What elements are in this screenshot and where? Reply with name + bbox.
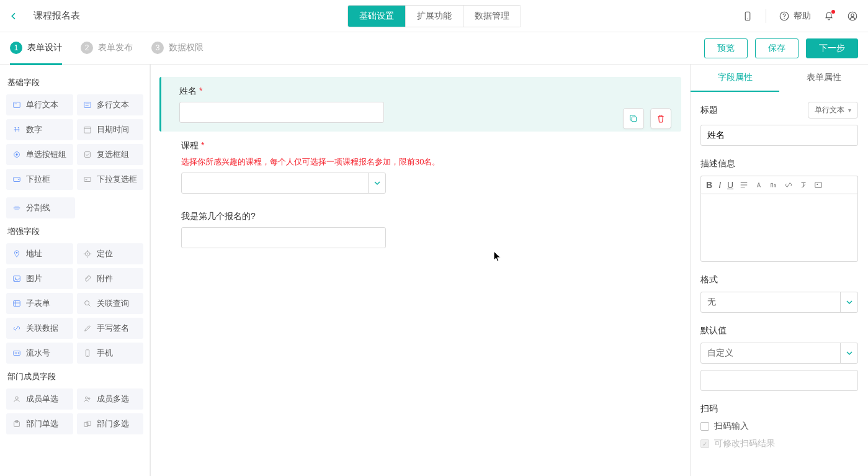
name-input[interactable] — [179, 102, 384, 123]
form-canvas[interactable]: 姓名* 课程* 选择你所感兴趣的课程，每个人仅可选择一项课程报名参加，限前30名… — [150, 65, 691, 476]
default-mode-value: 自定义 — [707, 348, 733, 359]
svg-point-3 — [784, 17, 784, 18]
field-label: 姓名* — [179, 86, 663, 97]
link-button[interactable] — [784, 180, 793, 190]
field-label: 成员多选 — [97, 393, 129, 405]
tab-basic-settings[interactable]: 基础设置 — [348, 6, 406, 27]
svg-point-40 — [88, 398, 90, 400]
step-data-permissions[interactable]: 3 数据权限 — [151, 42, 204, 55]
clear-format-button[interactable] — [799, 180, 808, 190]
field-checkbox-group[interactable]: 复选框组 — [77, 144, 144, 165]
field-number[interactable]: 数字 — [6, 119, 73, 140]
scan-input-checkbox-row[interactable]: 扫码输入 — [700, 421, 858, 432]
field-select[interactable]: 下拉框 — [6, 169, 73, 190]
user-menu-button[interactable] — [847, 11, 858, 22]
tab-form-properties[interactable]: 表单属性 — [779, 65, 868, 92]
italic-button[interactable]: I — [718, 180, 721, 190]
field-dept-single[interactable]: 部门单选 — [6, 413, 73, 434]
field-datetime[interactable]: 日期时间 — [77, 119, 144, 140]
phone-icon — [83, 349, 92, 357]
field-label: 日期时间 — [97, 124, 129, 135]
step-form-design[interactable]: 1 表单设计 — [10, 42, 62, 55]
user-icon — [12, 395, 21, 403]
copy-icon — [629, 114, 638, 123]
field-label: 部门多选 — [97, 418, 129, 429]
copy-field-button[interactable] — [623, 108, 644, 129]
field-image[interactable]: 图片 — [6, 268, 73, 289]
field-signature[interactable]: 手写签名 — [77, 318, 144, 339]
svg-rect-6 — [14, 102, 20, 108]
field-dept-multi[interactable]: 部门多选 — [77, 413, 144, 434]
field-label: 关联查询 — [97, 298, 129, 309]
scan-opt-label: 扫码输入 — [714, 421, 749, 432]
field-serial-number[interactable]: 流水号 — [6, 343, 73, 364]
field-hint: 选择你所感兴趣的课程，每个人仅可选择一项课程报名参加，限前30名。 — [181, 156, 661, 168]
field-subform[interactable]: 子表单 — [6, 293, 73, 314]
bold-button[interactable]: B — [706, 180, 712, 190]
radio-icon — [12, 150, 21, 159]
field-location[interactable]: 定位 — [77, 243, 144, 264]
step-label: 数据权限 — [169, 42, 204, 53]
field-lookup[interactable]: 关联查询 — [77, 293, 144, 314]
field-single-line-text[interactable]: 单行文本 — [6, 94, 73, 115]
field-type-dropdown[interactable]: 单行文本 ▾ — [808, 102, 858, 119]
properties-tabs: 字段属性 表单属性 — [691, 65, 868, 92]
top-tabs: 基础设置 扩展功能 数据管理 — [347, 5, 521, 27]
help-button[interactable]: 帮助 — [779, 11, 811, 22]
field-label: 我是第几个报名的? — [181, 211, 661, 222]
form-title-input[interactable] — [30, 8, 154, 24]
course-select[interactable] — [181, 173, 386, 194]
serial-icon — [12, 349, 21, 357]
field-phone[interactable]: 手机 — [77, 343, 144, 364]
back-button[interactable] — [5, 7, 22, 25]
tab-field-properties[interactable]: 字段属性 — [691, 65, 779, 92]
field-linked-data[interactable]: 关联数据 — [6, 318, 73, 339]
svg-point-38 — [16, 397, 18, 399]
delete-field-button[interactable] — [650, 108, 671, 129]
field-label: 成员单选 — [26, 393, 58, 405]
description-editor[interactable] — [700, 194, 858, 262]
default-value-input[interactable] — [700, 370, 858, 391]
main-layout: 基础字段 单行文本 多行文本 数字 日期时间 单选按钮组 复选框组 下拉框 下拉… — [0, 65, 868, 476]
align-button[interactable] — [740, 180, 748, 190]
underline-button[interactable]: U — [727, 180, 733, 190]
form-field-name[interactable]: 姓名* — [159, 77, 681, 132]
field-label: 数字 — [26, 124, 42, 135]
field-multiselect[interactable]: 下拉复选框 — [77, 169, 144, 190]
step-form-publish[interactable]: 2 表单发布 — [81, 42, 133, 55]
checkbox-icon — [83, 150, 92, 159]
field-attachment[interactable]: 附件 — [77, 268, 144, 289]
preview-button[interactable]: 预览 — [704, 38, 748, 58]
svg-rect-11 — [84, 127, 91, 133]
notifications-button[interactable] — [823, 11, 834, 22]
title-input[interactable] — [700, 125, 858, 146]
image-icon — [12, 274, 21, 283]
default-mode-select[interactable]: 自定义 — [700, 343, 858, 364]
svg-rect-43 — [84, 422, 87, 426]
font-size-button[interactable] — [769, 180, 778, 190]
tab-data-management[interactable]: 数据管理 — [463, 6, 521, 27]
order-input[interactable] — [181, 227, 386, 248]
field-divider[interactable]: 分割线 — [6, 197, 75, 218]
field-member-single[interactable]: 成员单选 — [6, 388, 73, 410]
svg-point-21 — [16, 252, 18, 254]
field-radio-group[interactable]: 单选按钮组 — [6, 144, 73, 165]
field-member-multi[interactable]: 成员多选 — [77, 388, 144, 410]
next-button[interactable]: 下一步 — [806, 38, 858, 58]
form-field-order[interactable]: 我是第几个报名的? — [169, 202, 671, 257]
insert-image-button[interactable] — [814, 180, 823, 190]
save-button[interactable]: 保存 — [755, 38, 799, 58]
title-label: 标题 — [700, 105, 718, 116]
chevron-down-icon — [368, 173, 385, 193]
tab-extensions[interactable]: 扩展功能 — [406, 6, 463, 27]
field-label: 附件 — [97, 273, 113, 284]
form-field-course[interactable]: 课程* 选择你所感兴趣的课程，每个人仅可选择一项课程报名参加，限前30名。 — [169, 132, 671, 202]
svg-point-37 — [87, 355, 87, 356]
depts-icon — [83, 420, 92, 428]
font-color-button[interactable] — [754, 180, 763, 190]
field-address[interactable]: 地址 — [6, 243, 73, 264]
field-multi-line-text[interactable]: 多行文本 — [77, 94, 144, 115]
format-select[interactable]: 无 — [700, 292, 858, 313]
field-label: 单选按钮组 — [26, 149, 66, 160]
mobile-preview-button[interactable] — [742, 11, 753, 22]
